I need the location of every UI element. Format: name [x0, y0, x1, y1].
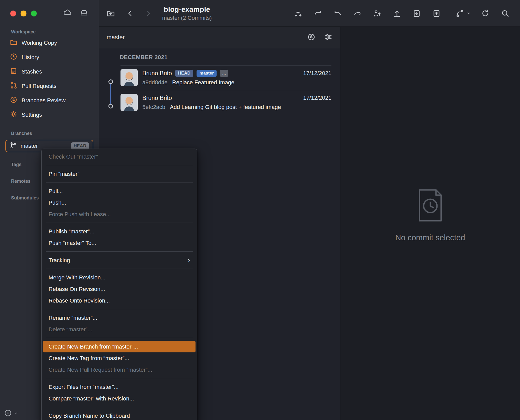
avatar: [120, 69, 138, 86]
stash-save-icon[interactable]: [412, 8, 422, 19]
commit-graph-node: [108, 79, 113, 84]
branch-badge: master: [197, 70, 217, 77]
menu-item-create-pull-request: Create New Pull Request from “master”...: [42, 364, 197, 376]
menu-item-force-push: Force Push with Lease...: [42, 208, 197, 220]
menu-item-export-files[interactable]: Export Files from “master”...: [42, 381, 197, 393]
stash-box-icon: [10, 67, 17, 76]
cloud-services-icon[interactable]: [63, 8, 72, 18]
menu-divider: [46, 338, 193, 338]
commit-row[interactable]: Bruno Brito HEAD master ... 17/12/2021 a…: [120, 65, 331, 90]
back-button[interactable]: [125, 8, 135, 19]
menu-item-tracking[interactable]: Tracking ›: [42, 254, 197, 266]
commit-graph-node: [108, 104, 113, 108]
sidebar-header: [0, 0, 99, 27]
local-repositories-icon[interactable]: [80, 8, 88, 18]
window-title-block: blog-example master (2 Commits): [162, 5, 212, 21]
rebase-icon[interactable]: [352, 8, 363, 19]
commit-message: Add Learning Git blog post + featured im…: [170, 104, 281, 111]
add-repository-button[interactable]: [4, 409, 18, 417]
commit-hash: a9dd8d4e: [142, 79, 168, 86]
more-refs-badge[interactable]: ...: [220, 70, 228, 77]
sidebar-item-working-copy[interactable]: Working Copy: [0, 36, 99, 50]
sidebar-item-label: Branches Review: [22, 97, 66, 104]
commit-graph-line: [110, 84, 111, 104]
menu-item-checkout: Check Out “master”: [42, 151, 197, 162]
menu-item-pull[interactable]: Pull...: [42, 185, 197, 197]
close-window-button[interactable]: [10, 11, 16, 16]
menu-item-merge-with-revision[interactable]: Merge With Revision...: [42, 272, 197, 283]
menu-item-copy-branch-name[interactable]: Copy Branch Name to Clipboard: [42, 410, 197, 420]
sidebar-item-pull-requests[interactable]: Pull Requests: [0, 79, 99, 93]
no-commit-selected-label: No commit selected: [395, 233, 465, 242]
zoom-window-button[interactable]: [31, 11, 37, 16]
menu-item-delete: Delete “master”...: [42, 324, 197, 335]
open-repository-icon[interactable]: [106, 8, 116, 19]
stash-apply-icon[interactable]: [431, 8, 442, 19]
branch-context-menu: Check Out “master” Pin “master” Pull... …: [41, 149, 197, 420]
pull-request-icon: [10, 81, 17, 91]
commit-row[interactable]: Bruno Brito 17/12/2021 5efc2acb Add Lear…: [120, 90, 331, 115]
commit-date: 17/12/2021: [303, 70, 331, 77]
branch-name: master: [21, 143, 38, 149]
menu-divider: [46, 378, 193, 378]
submenu-chevron-icon: ›: [188, 254, 190, 266]
menu-item-create-branch[interactable]: Create New Branch from “master”...: [43, 341, 196, 352]
minimize-window-button[interactable]: [21, 11, 26, 16]
sidebar-item-stashes[interactable]: Stashes: [0, 65, 99, 79]
commit-message: Replace Featured Image: [172, 79, 234, 86]
menu-item-compare-with-revision[interactable]: Compare “master” with Revision...: [42, 393, 197, 404]
menu-item-push[interactable]: Push...: [42, 197, 197, 208]
commit-author: Bruno Brito: [142, 70, 172, 77]
menu-divider: [46, 182, 193, 182]
branches-section-label: Branches: [11, 131, 99, 136]
branches-review-icon: [10, 96, 17, 105]
folder-icon: [10, 38, 17, 48]
repository-title: blog-example: [164, 5, 210, 14]
menu-item-publish[interactable]: Publish “master”...: [42, 226, 197, 237]
gear-icon: [10, 110, 17, 120]
search-icon[interactable]: [500, 8, 510, 19]
menu-item-label: Tracking: [49, 254, 70, 266]
repository-subtitle: master (2 Commits): [162, 15, 212, 21]
app-window: Workspace Working Copy History Stashes P…: [0, 0, 520, 420]
sidebar-item-settings[interactable]: Settings: [0, 108, 99, 122]
forward-button[interactable]: [143, 8, 153, 19]
head-badge: HEAD: [175, 70, 193, 77]
sidebar-item-branches-review[interactable]: Branches Review: [0, 93, 99, 108]
push-icon[interactable]: [392, 8, 402, 19]
menu-item-push-to[interactable]: Push “master” To...: [42, 237, 197, 249]
sidebar-item-history[interactable]: History: [0, 50, 99, 65]
commit-author: Bruno Brito: [142, 95, 172, 102]
git-flow-button[interactable]: [455, 8, 471, 19]
sidebar-item-label: Stashes: [22, 68, 42, 75]
magic-wand-icon[interactable]: [293, 8, 303, 19]
merge-icon[interactable]: [332, 8, 343, 19]
fetch-icon[interactable]: [313, 8, 323, 19]
menu-divider: [46, 269, 193, 269]
avatar: [120, 94, 138, 111]
view-options-icon[interactable]: [324, 33, 332, 42]
menu-item-rename[interactable]: Rename “master”...: [42, 312, 197, 324]
commit-hash: 5efc2acb: [142, 104, 165, 111]
menu-divider: [46, 251, 193, 252]
branch-filter-field[interactable]: master: [107, 34, 125, 41]
commit-detail-panel: No commit selected: [340, 27, 520, 420]
menu-item-pin[interactable]: Pin “master”: [42, 168, 197, 180]
commit-date: 17/12/2021: [303, 95, 331, 101]
menu-item-rebase-on-revision[interactable]: Rebase On Revision...: [42, 283, 197, 295]
pull-icon[interactable]: [372, 8, 382, 19]
menu-divider: [46, 407, 193, 407]
toolbar-actions: [293, 8, 520, 19]
chevron-down-icon: [467, 11, 471, 15]
chevron-down-icon: [14, 411, 18, 415]
refresh-icon[interactable]: [480, 8, 490, 19]
menu-item-rebase-onto-revision[interactable]: Rebase Onto Revision...: [42, 295, 197, 306]
no-commit-document-clock-icon: [416, 189, 445, 223]
branch-icon: [10, 142, 17, 150]
commit-filter-bar: master: [99, 27, 340, 48]
menu-divider: [46, 165, 193, 165]
git-flow-icon: [455, 8, 465, 19]
history-clock-icon: [10, 53, 17, 62]
compare-icon[interactable]: [307, 33, 315, 42]
menu-item-create-tag[interactable]: Create New Tag from “master”...: [42, 352, 197, 364]
